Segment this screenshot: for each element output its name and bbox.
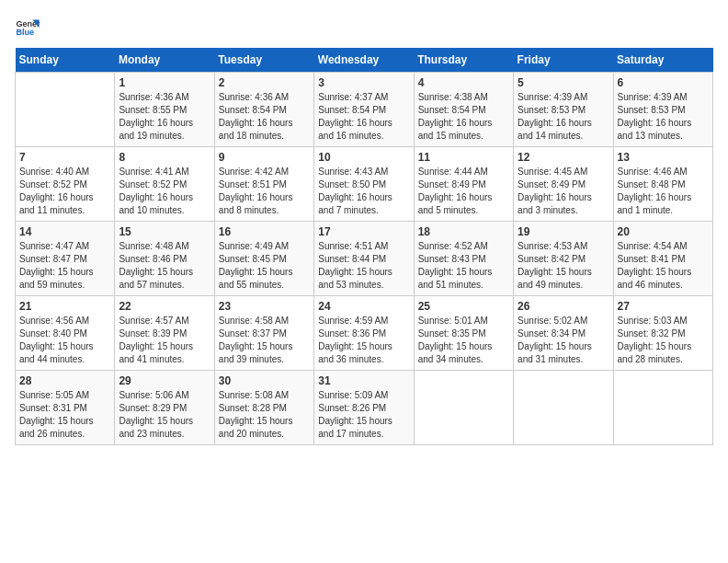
- cell-info: Sunrise: 4:36 AMSunset: 8:55 PMDaylight:…: [119, 91, 210, 143]
- week-row-4: 21 Sunrise: 4:56 AMSunset: 8:40 PMDaylig…: [16, 296, 713, 371]
- cell-info: Sunrise: 4:59 AMSunset: 8:36 PMDaylight:…: [318, 315, 409, 366]
- calendar-cell: 22 Sunrise: 4:57 AMSunset: 8:39 PMDaylig…: [115, 296, 214, 371]
- weekday-header-saturday: Saturday: [613, 48, 712, 73]
- cell-info: Sunrise: 4:57 AMSunset: 8:39 PMDaylight:…: [119, 315, 210, 366]
- calendar-cell: 12 Sunrise: 4:45 AMSunset: 8:49 PMDaylig…: [514, 147, 613, 222]
- weekday-header-sunday: Sunday: [16, 48, 115, 73]
- day-number: 6: [618, 76, 709, 89]
- calendar-cell: 31 Sunrise: 5:09 AMSunset: 8:26 PMDaylig…: [314, 371, 414, 445]
- week-row-5: 28 Sunrise: 5:05 AMSunset: 8:31 PMDaylig…: [16, 371, 713, 445]
- calendar-cell: 3 Sunrise: 4:37 AMSunset: 8:54 PMDayligh…: [314, 73, 414, 147]
- day-number: 13: [618, 151, 709, 164]
- calendar-cell: 25 Sunrise: 5:01 AMSunset: 8:35 PMDaylig…: [414, 296, 513, 371]
- cell-info: Sunrise: 4:42 AMSunset: 8:51 PMDaylight:…: [219, 166, 310, 217]
- calendar-cell: 27 Sunrise: 5:03 AMSunset: 8:32 PMDaylig…: [613, 296, 712, 371]
- day-number: 14: [19, 225, 110, 238]
- day-number: 10: [318, 151, 409, 164]
- day-number: 21: [19, 300, 110, 313]
- cell-info: Sunrise: 4:36 AMSunset: 8:54 PMDaylight:…: [219, 91, 310, 143]
- calendar-cell: 6 Sunrise: 4:39 AMSunset: 8:53 PMDayligh…: [613, 73, 712, 147]
- calendar-cell: 5 Sunrise: 4:39 AMSunset: 8:53 PMDayligh…: [514, 73, 613, 147]
- calendar-cell: 2 Sunrise: 4:36 AMSunset: 8:54 PMDayligh…: [214, 73, 313, 147]
- calendar-cell: 19 Sunrise: 4:53 AMSunset: 8:42 PMDaylig…: [514, 222, 613, 296]
- cell-info: Sunrise: 4:38 AMSunset: 8:54 PMDaylight:…: [418, 91, 509, 143]
- cell-info: Sunrise: 4:52 AMSunset: 8:43 PMDaylight:…: [418, 240, 509, 292]
- day-number: 29: [119, 374, 210, 387]
- cell-info: Sunrise: 4:39 AMSunset: 8:53 PMDaylight:…: [618, 91, 709, 143]
- cell-info: Sunrise: 5:03 AMSunset: 8:32 PMDaylight:…: [618, 315, 709, 366]
- cell-info: Sunrise: 4:41 AMSunset: 8:52 PMDaylight:…: [119, 166, 210, 217]
- day-number: 3: [318, 76, 409, 89]
- calendar-cell: 8 Sunrise: 4:41 AMSunset: 8:52 PMDayligh…: [115, 147, 214, 222]
- calendar-cell: 30 Sunrise: 5:08 AMSunset: 8:28 PMDaylig…: [214, 371, 313, 445]
- header: General Blue: [15, 15, 713, 40]
- cell-info: Sunrise: 4:54 AMSunset: 8:41 PMDaylight:…: [618, 240, 709, 292]
- cell-info: Sunrise: 5:09 AMSunset: 8:26 PMDaylight:…: [318, 389, 409, 441]
- day-number: 24: [318, 300, 409, 313]
- day-number: 4: [418, 76, 509, 89]
- cell-info: Sunrise: 4:53 AMSunset: 8:42 PMDaylight:…: [518, 240, 609, 292]
- calendar-cell: 9 Sunrise: 4:42 AMSunset: 8:51 PMDayligh…: [214, 147, 313, 222]
- day-number: 12: [518, 151, 609, 164]
- day-number: 5: [518, 76, 609, 89]
- weekday-header-wednesday: Wednesday: [314, 48, 414, 73]
- cell-info: Sunrise: 5:01 AMSunset: 8:35 PMDaylight:…: [418, 315, 509, 366]
- day-number: 17: [318, 225, 409, 238]
- calendar-cell: 16 Sunrise: 4:49 AMSunset: 8:45 PMDaylig…: [214, 222, 313, 296]
- weekday-header-monday: Monday: [115, 48, 214, 73]
- svg-text:Blue: Blue: [16, 28, 34, 37]
- day-number: 30: [219, 374, 310, 387]
- weekday-header-row: SundayMondayTuesdayWednesdayThursdayFrid…: [16, 48, 713, 73]
- day-number: 2: [219, 76, 310, 89]
- calendar-cell: 28 Sunrise: 5:05 AMSunset: 8:31 PMDaylig…: [16, 371, 115, 445]
- day-number: 20: [618, 225, 709, 238]
- day-number: 25: [418, 300, 509, 313]
- day-number: 15: [119, 225, 210, 238]
- cell-info: Sunrise: 4:51 AMSunset: 8:44 PMDaylight:…: [318, 240, 409, 292]
- calendar-cell: 21 Sunrise: 4:56 AMSunset: 8:40 PMDaylig…: [16, 296, 115, 371]
- calendar-cell: [613, 371, 712, 445]
- day-number: 27: [618, 300, 709, 313]
- cell-info: Sunrise: 4:37 AMSunset: 8:54 PMDaylight:…: [318, 91, 409, 143]
- day-number: 11: [418, 151, 509, 164]
- weekday-header-tuesday: Tuesday: [214, 48, 313, 73]
- calendar-cell: [514, 371, 613, 445]
- cell-info: Sunrise: 4:48 AMSunset: 8:46 PMDaylight:…: [119, 240, 210, 292]
- day-number: 18: [418, 225, 509, 238]
- day-number: 8: [119, 151, 210, 164]
- calendar-cell: 15 Sunrise: 4:48 AMSunset: 8:46 PMDaylig…: [115, 222, 214, 296]
- calendar-cell: 20 Sunrise: 4:54 AMSunset: 8:41 PMDaylig…: [613, 222, 712, 296]
- calendar-cell: 4 Sunrise: 4:38 AMSunset: 8:54 PMDayligh…: [414, 73, 513, 147]
- week-row-2: 7 Sunrise: 4:40 AMSunset: 8:52 PMDayligh…: [16, 147, 713, 222]
- calendar-cell: 1 Sunrise: 4:36 AMSunset: 8:55 PMDayligh…: [115, 73, 214, 147]
- calendar-cell: 26 Sunrise: 5:02 AMSunset: 8:34 PMDaylig…: [514, 296, 613, 371]
- cell-info: Sunrise: 5:06 AMSunset: 8:29 PMDaylight:…: [119, 389, 210, 441]
- calendar-cell: 18 Sunrise: 4:52 AMSunset: 8:43 PMDaylig…: [414, 222, 513, 296]
- cell-info: Sunrise: 5:05 AMSunset: 8:31 PMDaylight:…: [19, 389, 110, 441]
- week-row-1: 1 Sunrise: 4:36 AMSunset: 8:55 PMDayligh…: [16, 73, 713, 147]
- day-number: 16: [219, 225, 310, 238]
- cell-info: Sunrise: 5:08 AMSunset: 8:28 PMDaylight:…: [219, 389, 310, 441]
- day-number: 7: [19, 151, 110, 164]
- week-row-3: 14 Sunrise: 4:47 AMSunset: 8:47 PMDaylig…: [16, 222, 713, 296]
- calendar-cell: 29 Sunrise: 5:06 AMSunset: 8:29 PMDaylig…: [115, 371, 214, 445]
- calendar-cell: 7 Sunrise: 4:40 AMSunset: 8:52 PMDayligh…: [16, 147, 115, 222]
- day-number: 1: [119, 76, 210, 89]
- cell-info: Sunrise: 4:47 AMSunset: 8:47 PMDaylight:…: [19, 240, 110, 292]
- day-number: 9: [219, 151, 310, 164]
- cell-info: Sunrise: 4:44 AMSunset: 8:49 PMDaylight:…: [418, 166, 509, 217]
- calendar-cell: 23 Sunrise: 4:58 AMSunset: 8:37 PMDaylig…: [214, 296, 313, 371]
- cell-info: Sunrise: 5:02 AMSunset: 8:34 PMDaylight:…: [518, 315, 609, 366]
- cell-info: Sunrise: 4:56 AMSunset: 8:40 PMDaylight:…: [19, 315, 110, 366]
- calendar-cell: 11 Sunrise: 4:44 AMSunset: 8:49 PMDaylig…: [414, 147, 513, 222]
- calendar-cell: 10 Sunrise: 4:43 AMSunset: 8:50 PMDaylig…: [314, 147, 414, 222]
- calendar-cell: 24 Sunrise: 4:59 AMSunset: 8:36 PMDaylig…: [314, 296, 414, 371]
- day-number: 22: [119, 300, 210, 313]
- day-number: 28: [19, 374, 110, 387]
- cell-info: Sunrise: 4:46 AMSunset: 8:48 PMDaylight:…: [618, 166, 709, 217]
- calendar-table: SundayMondayTuesdayWednesdayThursdayFrid…: [15, 48, 713, 445]
- calendar-cell: [16, 73, 115, 147]
- cell-info: Sunrise: 4:49 AMSunset: 8:45 PMDaylight:…: [219, 240, 310, 292]
- cell-info: Sunrise: 4:58 AMSunset: 8:37 PMDaylight:…: [219, 315, 310, 366]
- day-number: 26: [518, 300, 609, 313]
